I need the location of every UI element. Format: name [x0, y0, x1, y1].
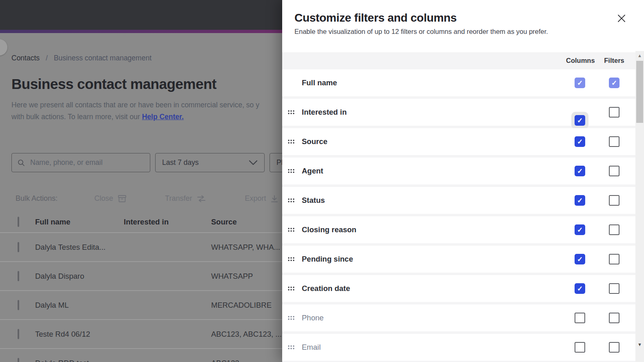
column-header-full-name[interactable]: Full name	[35, 218, 70, 227]
bulk-actions-label: Bulk Actions:	[16, 194, 58, 203]
panel-row-label: Email	[302, 343, 321, 352]
customize-panel: Customize filters and columns Enable the…	[282, 0, 644, 362]
scrollbar-thumb[interactable]	[636, 61, 643, 123]
filters-checkbox: ✓	[609, 78, 619, 88]
download-icon	[271, 195, 278, 202]
help-center-link[interactable]: Help Center.	[142, 113, 184, 121]
columns-checkbox: ✓	[575, 78, 585, 88]
cell-full-name: Dalyla RDD test	[35, 359, 89, 362]
panel-row-label: Status	[302, 196, 325, 205]
bulk-close-button[interactable]: Close	[94, 194, 126, 203]
filters-checkbox[interactable]	[609, 136, 619, 147]
filters-checkbox[interactable]	[609, 254, 619, 264]
transfer-arrows-icon	[197, 195, 206, 202]
page-title: Business contact management	[11, 76, 216, 92]
panel-row: Agent✓	[282, 158, 635, 184]
drag-handle-icon[interactable]	[288, 345, 294, 350]
panel-row-label: Closing reason	[302, 225, 357, 234]
panel-row: Source✓	[282, 128, 635, 155]
cell-full-name: Teste Rd4 06/12	[35, 330, 90, 339]
filters-checkbox[interactable]	[609, 283, 619, 294]
cell-full-name: Dalyla Disparo	[35, 272, 84, 281]
search-input[interactable]: Name, phone, or email	[11, 153, 150, 172]
drag-handle-icon[interactable]	[288, 140, 294, 144]
panel-row-label: Agent	[302, 167, 323, 175]
cell-source: WHATSAPP, WHA...	[211, 243, 280, 252]
cell-source: ABC123, ABC123, ...	[211, 330, 282, 339]
columns-checkbox[interactable]: ✓	[575, 224, 585, 235]
panel-row: Closing reason✓	[282, 216, 635, 243]
cell-source: WHATSAPP	[211, 272, 253, 281]
close-icon[interactable]	[615, 12, 628, 24]
date-range-value: Last 7 days	[162, 158, 199, 167]
columns-header-label: Columns	[566, 57, 594, 64]
bulk-transfer-button[interactable]: Transfer	[165, 194, 206, 203]
columns-checkbox[interactable]	[575, 313, 585, 323]
cell-full-name: Dalyla ML	[35, 301, 69, 310]
columns-checkbox[interactable]: ✓	[575, 166, 585, 176]
filters-checkbox[interactable]	[609, 224, 619, 235]
drag-handle-icon[interactable]	[288, 228, 294, 232]
row-checkbox[interactable]	[18, 271, 19, 281]
description-line1: Here we present all contacts that are or…	[11, 101, 259, 109]
panel-subtitle: Enable the visualization of up to 12 fil…	[294, 28, 548, 36]
panel-row: Pending since✓	[282, 246, 635, 273]
filters-header-label: Filters	[600, 57, 628, 64]
cell-full-name: Dalyla Testes Edita...	[35, 243, 105, 252]
select-all-checkbox[interactable]	[18, 217, 19, 227]
columns-checkbox[interactable]	[575, 342, 585, 353]
date-range-select[interactable]: Last 7 days	[155, 153, 265, 172]
panel-row-label: Phone	[302, 313, 324, 322]
bulk-close-label: Close	[94, 194, 113, 203]
breadcrumb: Contacts / Business contact management	[11, 54, 152, 62]
bulk-transfer-label: Transfer	[165, 194, 192, 203]
description-line2: with bulk actions. To learn more, visit …	[11, 113, 142, 121]
drag-handle-icon[interactable]	[288, 110, 294, 115]
panel-row-label: Creation date	[302, 284, 350, 293]
row-checkbox[interactable]	[18, 358, 19, 362]
panel-scrollbar[interactable]: ▲ ▼	[635, 51, 644, 362]
row-checkbox[interactable]	[18, 242, 19, 252]
column-header-interested-in[interactable]: Interested in	[124, 218, 169, 227]
columns-checkbox[interactable]: ✓	[575, 115, 585, 126]
panel-row: Interested in✓	[282, 99, 635, 126]
cell-source: MERCADOLIBRE	[211, 301, 272, 310]
bulk-export-button[interactable]: Export	[245, 194, 278, 203]
archive-icon	[118, 195, 126, 202]
filters-checkbox[interactable]	[609, 342, 619, 353]
row-checkbox[interactable]	[18, 300, 19, 310]
drag-handle-icon[interactable]	[288, 257, 294, 262]
drag-handle-icon[interactable]	[288, 286, 294, 291]
bulk-actions-bar: Bulk Actions: Close Transfer Export	[16, 194, 317, 203]
drag-handle-icon[interactable]	[288, 198, 294, 203]
scroll-down-icon[interactable]: ▼	[635, 342, 644, 347]
drag-handle-icon[interactable]	[288, 169, 294, 173]
side-drawer-handle[interactable]	[0, 39, 7, 56]
panel-column-headers: Columns Filters	[282, 52, 635, 69]
columns-checkbox[interactable]: ✓	[575, 136, 585, 147]
breadcrumb-contacts[interactable]: Contacts	[11, 54, 40, 62]
cell-source: ABC123	[211, 359, 239, 362]
row-checkbox[interactable]	[18, 329, 19, 339]
columns-checkbox[interactable]: ✓	[575, 195, 585, 206]
columns-checkbox[interactable]: ✓	[575, 254, 585, 264]
scroll-up-icon[interactable]: ▲	[635, 53, 644, 58]
panel-row-label: Pending since	[302, 255, 353, 264]
panel-row: Creation date✓	[282, 275, 635, 302]
columns-checkbox[interactable]: ✓	[575, 283, 585, 294]
search-icon	[18, 159, 25, 167]
search-placeholder: Name, phone, or email	[30, 158, 103, 167]
filters-checkbox[interactable]	[609, 166, 619, 176]
filters-checkbox[interactable]	[609, 107, 619, 118]
panel-row: Phone	[282, 304, 635, 331]
column-header-source[interactable]: Source	[211, 218, 237, 227]
filters-checkbox[interactable]	[609, 313, 619, 323]
breadcrumb-separator: /	[46, 54, 48, 62]
chevron-down-icon	[249, 160, 258, 166]
bulk-export-label: Export	[245, 194, 266, 203]
panel-title: Customize filters and columns	[294, 11, 457, 24]
panel-row: Email	[282, 334, 635, 361]
filters-checkbox[interactable]	[609, 195, 619, 206]
panel-row: Full name✓✓	[282, 69, 635, 96]
drag-handle-icon[interactable]	[288, 316, 294, 320]
